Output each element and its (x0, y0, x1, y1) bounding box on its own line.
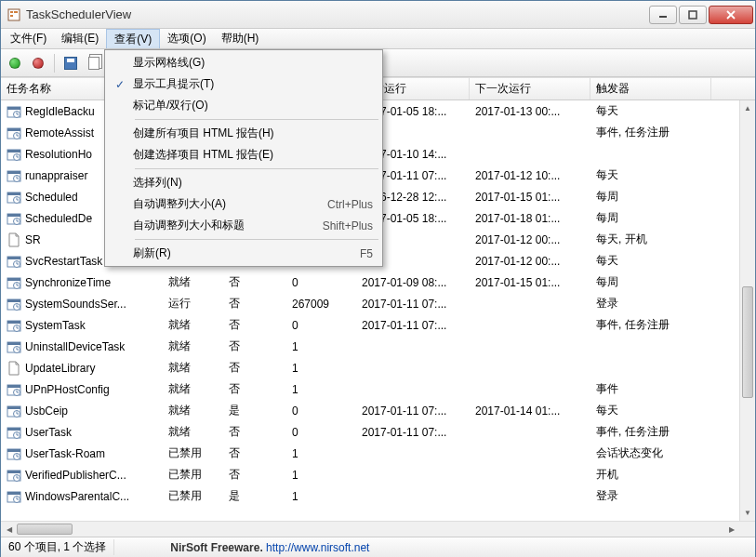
table-row[interactable]: UpdateLibrary就绪否1 (1, 357, 755, 378)
cell: 2017-01-12 10:... (470, 169, 590, 182)
cell: 就绪 (163, 381, 223, 397)
cell: UserTask-Roam (1, 446, 163, 461)
scrollbar-thumb[interactable] (742, 286, 753, 398)
cell: 事件, 任务注册 (590, 424, 711, 440)
table-row[interactable]: UserTask-Roam已禁用否1会话状态变化 (1, 443, 755, 464)
table-row[interactable]: VerifiedPublisherC...已禁用否1开机 (1, 464, 755, 485)
cell: 2017-01-11 07:... (356, 404, 470, 418)
menubar: 文件(F)编辑(E)查看(V)选项(O)帮助(H) (1, 29, 755, 49)
menu-1[interactable]: 编辑(E) (54, 29, 106, 48)
cell: 1 (286, 447, 356, 460)
menu-item[interactable]: 创建选择项目 HTML 报告(E) (107, 144, 380, 166)
save-icon (64, 57, 77, 70)
cell: 就绪 (163, 338, 223, 354)
cell: 0 (286, 426, 356, 439)
cell: 每天 (590, 253, 711, 269)
cell: 每周 (590, 274, 711, 290)
cell: 2017-01-11 07:... (356, 426, 470, 439)
save-button[interactable] (60, 53, 81, 73)
horizontal-scrollbar[interactable]: ◀ ▶ (1, 521, 755, 537)
task-icon (7, 425, 21, 440)
cell: SystemTask (1, 318, 163, 333)
cell: UserTask (1, 425, 163, 440)
svg-rect-19 (7, 150, 20, 153)
svg-rect-2 (10, 15, 13, 17)
close-button[interactable] (709, 6, 753, 24)
column-header[interactable]: 下一次运行 (470, 78, 590, 99)
svg-rect-14 (7, 128, 20, 131)
app-icon (7, 7, 21, 22)
menu-item[interactable]: ✓显示工具提示(T) (107, 73, 380, 95)
cell: 2017-01-09 08:... (356, 276, 470, 289)
stop-button[interactable] (28, 53, 48, 73)
menu-item[interactable]: 标记单/双行(O) (107, 95, 380, 116)
menu-item-label: 显示网格线(G) (133, 55, 373, 71)
scroll-down-icon[interactable]: ▼ (740, 505, 755, 521)
menu-item[interactable]: 创建所有项目 HTML 报告(H) (107, 123, 380, 144)
cell: 登录 (590, 488, 711, 504)
menu-item-label: 自动调整列大小和标题 (133, 218, 323, 233)
menu-item[interactable]: 自动调整列大小和标题Shift+Plus (107, 215, 380, 236)
status-count: 60 个项目, 1 个选择 (1, 539, 114, 555)
scroll-up-icon[interactable]: ▲ (740, 100, 755, 116)
menu-0[interactable]: 文件(F) (3, 29, 54, 48)
minimize-button[interactable] (649, 6, 677, 24)
scrollbar-thumb[interactable] (17, 524, 73, 535)
svg-rect-3 (14, 11, 18, 13)
menu-4[interactable]: 帮助(H) (214, 29, 267, 48)
check-icon: ✓ (107, 78, 133, 91)
cell: 事件 (590, 381, 711, 397)
vertical-scrollbar[interactable]: ▲ ▼ (739, 100, 755, 521)
cell: 就绪 (163, 403, 223, 418)
svg-rect-9 (7, 107, 20, 110)
cell: 事件, 任务注册 (590, 125, 711, 140)
cell: UsbCeip (1, 404, 163, 418)
cell: 已禁用 (163, 467, 223, 483)
scroll-right-icon[interactable]: ▶ (723, 522, 739, 537)
column-header[interactable]: 触发器 (590, 78, 711, 99)
status-credit[interactable]: NirSoft Freeware. http://www.nirsoft.net (170, 541, 369, 554)
cell: 每天 (590, 167, 711, 183)
titlebar[interactable]: TaskSchedulerView (1, 1, 755, 29)
table-row[interactable]: UsbCeip就绪是02017-01-11 07:...2017-01-14 0… (1, 400, 755, 421)
table-row[interactable]: UninstallDeviceTask就绪否1 (1, 336, 755, 357)
table-row[interactable]: UPnPHostConfig就绪否1事件 (1, 378, 755, 400)
svg-rect-74 (7, 428, 20, 431)
copy-button[interactable] (84, 53, 104, 73)
separator (54, 54, 55, 73)
menu-item[interactable]: 显示网格线(G) (107, 52, 380, 73)
cell: 1 (286, 340, 356, 353)
cell: 会话状态变化 (590, 445, 711, 461)
menu-separator (135, 119, 378, 120)
menu-item[interactable]: 自动调整列大小(A)Ctrl+Plus (107, 193, 380, 215)
svg-rect-44 (7, 278, 20, 281)
menu-item[interactable]: 选择列(N) (107, 172, 380, 193)
cell: 1 (286, 383, 356, 396)
menu-item-label: 标记单/双行(O) (133, 98, 373, 113)
cell: 开机 (590, 467, 711, 483)
cell: 否 (223, 381, 286, 397)
cell: 运行 (163, 296, 223, 312)
table-row[interactable]: SystemTask就绪否02017-01-11 07:...事件, 任务注册 (1, 314, 755, 336)
task-icon (7, 489, 21, 504)
svg-rect-39 (7, 257, 20, 259)
table-row[interactable]: SystemSoundsSer...运行否2670092017-01-11 07… (1, 293, 755, 314)
maximize-button[interactable] (679, 6, 707, 24)
start-button[interactable] (5, 53, 25, 73)
menu-2[interactable]: 查看(V) (106, 29, 160, 48)
cell: 1 (286, 362, 356, 375)
cell: WindowsParentalC... (1, 489, 163, 504)
task-icon (7, 318, 21, 333)
cell: 就绪 (163, 360, 223, 376)
cell: 每天 (590, 403, 711, 418)
table-row[interactable]: UserTask就绪否02017-01-11 07:...事件, 任务注册 (1, 421, 755, 443)
table-row[interactable]: WindowsParentalC...已禁用是1登录 (1, 485, 755, 507)
menu-item[interactable]: 刷新(R)F5 (107, 243, 380, 264)
task-icon (7, 147, 21, 162)
cell: 2017-01-12 00:... (470, 255, 590, 268)
table-row[interactable]: SynchronizeTime就绪否02017-01-09 08:...2017… (1, 272, 755, 293)
menu-3[interactable]: 选项(O) (160, 29, 213, 48)
scroll-left-icon[interactable]: ◀ (1, 522, 17, 537)
task-icon (7, 104, 21, 119)
menu-item-label: 显示工具提示(T) (133, 76, 373, 92)
